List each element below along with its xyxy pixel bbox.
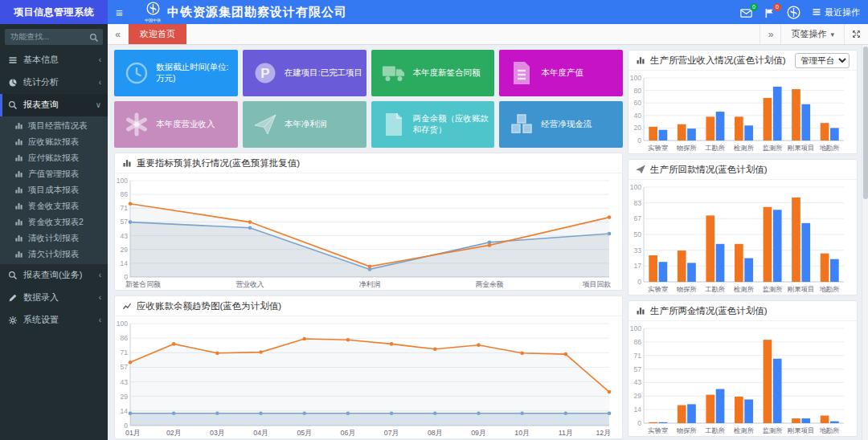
sidebar-subitem[interactable]: 清欠计划报表	[0, 246, 108, 263]
production-revenue-chart: 100806040200实验室物探所工勘所检测所监测所刚果项目地勘所	[630, 72, 849, 153]
kpi-card-revenue[interactable]: 本年度营业收入	[114, 101, 238, 148]
svg-text:12月: 12月	[596, 429, 611, 437]
svg-text:监测所: 监测所	[763, 426, 783, 434]
svg-text:100: 100	[630, 74, 641, 82]
tabs-scroll-left-button[interactable]: «	[108, 24, 129, 44]
sidebar-item-report-query[interactable]: 报表查询 ∨	[0, 94, 108, 116]
svg-text:71: 71	[634, 352, 642, 360]
svg-text:监测所: 监测所	[763, 144, 783, 152]
svg-text:43: 43	[634, 378, 642, 386]
svg-text:0: 0	[637, 278, 641, 286]
sidebar-item-stats-analysis[interactable]: 统计分析 ‹	[0, 71, 108, 94]
kpi-card-projects[interactable]: P 在建项目:已完工项目	[243, 50, 366, 96]
svg-text:14: 14	[634, 405, 642, 414]
svg-text:实验室: 实验室	[648, 426, 668, 434]
sidebar-subitem[interactable]: 资金收支报表2	[0, 214, 108, 230]
mail-icon[interactable]: 0	[740, 7, 752, 18]
svg-text:两金余额: 两金余额	[475, 280, 503, 288]
top-header: ≡ 中国中铁 中铁资源集团勘察设计有限公司 0 0 最近操作	[108, 0, 868, 24]
svg-text:07月: 07月	[384, 429, 399, 437]
chevron-left-icon: ‹	[99, 78, 101, 87]
search-icon[interactable]	[89, 31, 99, 41]
svg-text:工勘所: 工勘所	[704, 285, 725, 293]
sidebar-item-data-entry[interactable]: 数据录入 ‹	[0, 287, 108, 309]
sidebar-subitem[interactable]: 项目经营情况表	[0, 118, 108, 134]
sidebar-subitem[interactable]: 清收计划报表	[0, 230, 108, 246]
chevron-down-icon: ∨	[96, 100, 101, 109]
svg-text:100: 100	[117, 320, 128, 328]
file-icon	[382, 112, 406, 136]
sidebar-item-report-query-business[interactable]: 报表查询(业务) ‹	[0, 264, 108, 287]
svg-text:检测所: 检测所	[733, 144, 754, 152]
pencil-icon	[8, 293, 18, 303]
svg-text:08月: 08月	[428, 429, 443, 437]
kpi-cards: 数据截止时间(单位: 万元) P 在建项目:已完工项目 本年度新签合同额 本年度…	[114, 50, 623, 148]
chart-title: 生产所营业收入情况(蓝色计划值)	[650, 55, 786, 67]
kpi-card-new-contracts[interactable]: 本年度新签合同额	[371, 50, 495, 96]
svg-text:71: 71	[121, 348, 129, 356]
search-icon	[8, 100, 18, 110]
kpi-card-two-funds[interactable]: 两金余额（应收账款和存货）	[371, 101, 495, 148]
vertical-scrollbar	[862, 45, 868, 440]
svg-text:11月: 11月	[559, 429, 573, 437]
user-emblem-icon[interactable]	[787, 6, 800, 19]
scrollbar-thumb[interactable]	[863, 47, 868, 199]
svg-text:工勘所: 工勘所	[704, 144, 725, 152]
sidebar-subitem[interactable]: 应付账款报表	[0, 150, 108, 166]
sidebar-subitem[interactable]: 资金收支报表	[0, 198, 108, 214]
kpi-card-annual-output[interactable]: 本年度产值	[499, 50, 623, 96]
hamburger-menu-icon[interactable]: ≡	[116, 6, 133, 19]
bar-chart-icon	[636, 55, 645, 65]
svg-text:刚果项目: 刚果项目	[788, 144, 814, 152]
svg-text:57: 57	[634, 365, 642, 373]
chart-title: 生产所回款情况(蓝色计划值)	[650, 164, 768, 176]
right-column: 生产所营业收入情况(蓝色计划值) 管理平台 100806040200实验室物探所…	[628, 50, 858, 440]
app-title: 项目信息管理系统	[0, 0, 108, 24]
platform-select[interactable]: 管理平台	[795, 53, 850, 68]
sidebar-subitem[interactable]: 项目成本报表	[0, 182, 108, 198]
svg-text:04月: 04月	[253, 429, 268, 437]
recent-operations-button[interactable]: 最近操作	[812, 6, 860, 18]
kpi-card-net-profit[interactable]: 本年净利润	[243, 101, 366, 148]
svg-text:29: 29	[121, 246, 129, 254]
tab-operations-dropdown[interactable]: 页签操作 ▾	[780, 24, 844, 44]
kpi-card-data-cutoff[interactable]: 数据截止时间(单位: 万元)	[114, 50, 238, 96]
sidebar-item-system-settings[interactable]: 系统设置 ‹	[0, 309, 108, 332]
svg-text:14: 14	[121, 407, 129, 415]
tabs-scroll-right-button[interactable]: »	[760, 24, 780, 44]
bar-chart-icon	[14, 169, 23, 178]
sidebar-subitem[interactable]: 产值管理报表	[0, 166, 108, 182]
company-name: 中铁资源集团勘察设计有限公司	[167, 5, 347, 20]
svg-text:工勘所: 工勘所	[704, 426, 725, 434]
flag-icon[interactable]: 0	[764, 7, 776, 18]
svg-text:实验室: 实验室	[648, 144, 668, 152]
bar-chart-icon	[14, 153, 23, 162]
tab-welcome-home[interactable]: 欢迎首页	[129, 24, 186, 44]
panel-receivable-trend: 应收账款余额趋势图(蓝色为计划值) 100867157432914001月02月…	[114, 295, 623, 439]
tab-bar: « 欢迎首页 » 页签操作 ▾	[108, 24, 868, 45]
bar-chart-icon	[14, 121, 23, 130]
svg-text:01月: 01月	[125, 429, 141, 437]
fullscreen-toggle-icon[interactable]	[844, 24, 868, 44]
svg-text:地勘所: 地勘所	[819, 144, 840, 152]
sidebar-nav: 基本信息 ‹ 统计分析 ‹ 报表查询 ∨ 项目经营情况表应收账款报表应付账款报表…	[0, 49, 108, 440]
svg-text:100: 100	[630, 183, 641, 191]
truck-icon	[382, 61, 406, 85]
svg-text:刚果项目: 刚果项目	[788, 426, 814, 434]
svg-text:14: 14	[121, 259, 129, 267]
sidebar-item-basic-info[interactable]: 基本信息 ‹	[0, 49, 108, 71]
svg-text:10月: 10月	[514, 429, 530, 437]
panel-header: 生产所营业收入情况(蓝色计划值) 管理平台	[628, 51, 857, 71]
chart-title: 重要指标预算执行情况(蓝色预算批复值)	[137, 157, 300, 169]
company-logo: 中国中铁	[145, 2, 161, 22]
svg-text:03月: 03月	[210, 429, 225, 437]
svg-text:05月: 05月	[297, 429, 312, 437]
bar-chart-icon	[636, 306, 645, 316]
sidebar-subitem[interactable]: 应收账款报表	[0, 134, 108, 150]
asterisk-icon	[125, 112, 149, 136]
search-input[interactable]	[5, 29, 103, 45]
sidebar: 项目信息管理系统 基本信息 ‹ 统计分析 ‹ 报表查询 ∨ 项目经营情况表应收账…	[0, 0, 108, 440]
panel-header: 生产所两金情况(蓝色计划值)	[628, 301, 857, 321]
svg-text:新签合同额: 新签合同额	[125, 280, 161, 288]
kpi-card-cash-flow[interactable]: 经营净现金流	[499, 101, 623, 148]
